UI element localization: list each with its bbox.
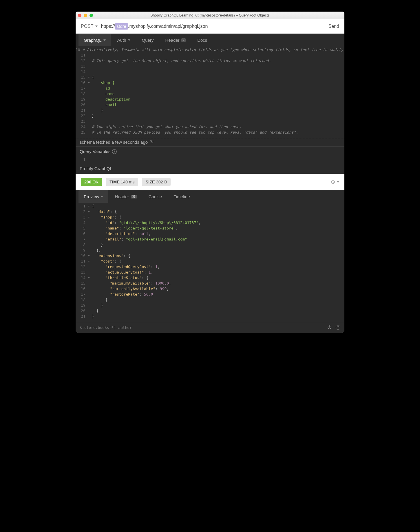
fold-gutter-icon[interactable]: ▾	[88, 258, 92, 264]
code-line[interactable]: 17 id	[76, 85, 344, 91]
fold-gutter-icon[interactable]: ▾	[88, 80, 92, 85]
fold-gutter-icon	[88, 91, 92, 96]
code-line[interactable]: 20 }	[76, 308, 344, 314]
code-text: "requestedQueryCost": 1,	[92, 264, 344, 269]
tab-response-header[interactable]: Header 31	[109, 190, 142, 203]
code-line[interactable]: 22}	[76, 113, 344, 119]
code-line[interactable]: 15▾{	[76, 74, 344, 80]
code-line[interactable]: 6 "description": null,	[76, 231, 344, 236]
code-line[interactable]: 2▾ "data": {	[76, 209, 344, 214]
code-line[interactable]: 4 "id": "gid:\/\/shopify\/Shop\/68124017…	[76, 220, 344, 225]
fold-gutter-icon	[88, 69, 92, 74]
code-text: }	[92, 308, 344, 314]
url-input[interactable]: https:// store .myshopify.com/admin/api/…	[101, 23, 325, 30]
code-line[interactable]: 24# You might notice that you get what y…	[76, 124, 344, 130]
code-line[interactable]: 21 }	[76, 108, 344, 113]
tab-auth[interactable]: Auth	[112, 34, 136, 46]
line-number: 11	[76, 52, 88, 58]
chevron-down-icon	[128, 39, 130, 41]
tab-preview[interactable]: Preview	[78, 190, 108, 203]
response-body-viewer[interactable]: 1▾{2▾ "data": {3▾ "shop": {4 "id": "gid:…	[76, 203, 344, 322]
fold-gutter-icon	[88, 314, 92, 319]
code-line[interactable]: 11▾ "cost": {	[76, 258, 344, 264]
code-line[interactable]: 15 "maximumAvailable": 1000.0,	[76, 280, 344, 286]
code-line[interactable]: 20 email	[76, 102, 344, 108]
fold-gutter-icon[interactable]: ▾	[88, 74, 92, 80]
query-variables-header[interactable]: Query Variables ?	[76, 146, 344, 156]
fold-gutter-icon[interactable]: ▾	[88, 203, 92, 209]
code-text: # You might notice that you get what you…	[92, 124, 344, 130]
query-variables-editor[interactable]: 1	[76, 156, 344, 163]
fold-gutter-icon[interactable]: ▾	[88, 275, 92, 280]
code-line[interactable]: 19 description	[76, 96, 344, 102]
line-number: 17	[76, 291, 88, 297]
query-variables-label: Query Variables	[80, 149, 110, 154]
code-line[interactable]: 14	[76, 69, 344, 74]
line-number: 2	[76, 209, 88, 214]
http-method-dropdown[interactable]: POST	[81, 24, 98, 29]
graphql-query-editor[interactable]: 10# Alternatively, Insomnia will auto-co…	[76, 46, 344, 138]
prettify-button[interactable]: Prettify GraphQL	[76, 163, 344, 174]
code-text: "extensions": {	[92, 253, 344, 258]
fold-gutter-icon	[88, 130, 92, 135]
fold-gutter-icon	[88, 231, 92, 236]
refresh-icon[interactable]	[150, 139, 154, 145]
response-filter-input[interactable]: $.store.books[*].author	[80, 325, 132, 330]
code-line[interactable]: 10# Alternatively, Insomnia will auto-co…	[76, 47, 344, 52]
clock-icon[interactable]	[327, 325, 332, 329]
code-text: # Alternatively, Insomnia will auto-comp…	[83, 47, 344, 52]
help-icon[interactable]: ?	[112, 149, 117, 154]
close-icon[interactable]	[78, 14, 81, 17]
line-number: 16	[76, 80, 88, 85]
code-line[interactable]: 14▾ "throttleStatus": {	[76, 275, 344, 280]
zoom-icon[interactable]	[90, 14, 93, 17]
tab-query[interactable]: Query	[137, 34, 159, 46]
code-text: }	[92, 242, 344, 247]
code-line[interactable]: 18 }	[76, 297, 344, 303]
code-text: }	[92, 108, 344, 113]
code-line[interactable]: 18 name	[76, 91, 344, 96]
fold-gutter-icon	[88, 102, 92, 108]
code-line[interactable]: 13 "actualQueryCost": 1,	[76, 269, 344, 275]
code-line[interactable]: 12# This query gets the Shop object, and…	[76, 58, 344, 63]
fold-gutter-icon	[88, 119, 92, 124]
line-number: 18	[76, 297, 88, 303]
code-line[interactable]: 12 "requestedQueryCost": 1,	[76, 264, 344, 269]
fold-gutter-icon	[88, 291, 92, 297]
line-number: 12	[76, 58, 88, 63]
code-line[interactable]: 7 "email": "gql-store-email@gmail.com"	[76, 236, 344, 242]
code-line[interactable]: 1▾{	[76, 203, 344, 209]
code-line[interactable]: 9 },	[76, 247, 344, 253]
code-line[interactable]: 25# In the returned JSON payload, you sh…	[76, 130, 344, 135]
minimize-icon[interactable]	[84, 14, 87, 17]
code-line[interactable]: 1	[76, 157, 344, 162]
code-line[interactable]: 23	[76, 119, 344, 124]
code-line[interactable]: 10▾ "extensions": {	[76, 253, 344, 258]
help-icon[interactable]: ?	[336, 325, 340, 330]
code-text: "description": null,	[92, 231, 344, 236]
tab-graphql[interactable]: GraphQL	[78, 34, 111, 46]
code-line[interactable]: 21}	[76, 314, 344, 319]
tab-response-header-label: Header	[115, 194, 129, 199]
fold-gutter-icon[interactable]: ▾	[88, 253, 92, 258]
code-line[interactable]: 16▾ shop {	[76, 80, 344, 85]
code-line[interactable]: 8 }	[76, 242, 344, 247]
fold-gutter-icon[interactable]: ▾	[88, 209, 92, 214]
tab-cookie[interactable]: Cookie	[143, 190, 167, 203]
url-env-variable[interactable]: store	[115, 23, 128, 30]
code-line[interactable]: 17 "restoreRate": 50.0	[76, 291, 344, 297]
tab-header[interactable]: Header 2	[160, 34, 191, 46]
fold-gutter-icon	[88, 225, 92, 231]
schema-status: schema fetched a few seconds ago	[76, 138, 344, 146]
code-line[interactable]: 3▾ "shop": {	[76, 214, 344, 220]
code-line[interactable]: 5 "name": "lopert-gql-test-store",	[76, 225, 344, 231]
code-line[interactable]: 19 }	[76, 303, 344, 308]
code-line[interactable]: 11	[76, 52, 344, 58]
send-button[interactable]: Send	[328, 24, 339, 29]
response-history-dropdown[interactable]	[331, 180, 339, 184]
code-line[interactable]: 16 "currentlyAvailable": 999,	[76, 286, 344, 291]
tab-docs[interactable]: Docs	[192, 34, 212, 46]
tab-timeline[interactable]: Timeline	[168, 190, 195, 203]
code-line[interactable]: 13	[76, 63, 344, 69]
fold-gutter-icon[interactable]: ▾	[88, 214, 92, 220]
